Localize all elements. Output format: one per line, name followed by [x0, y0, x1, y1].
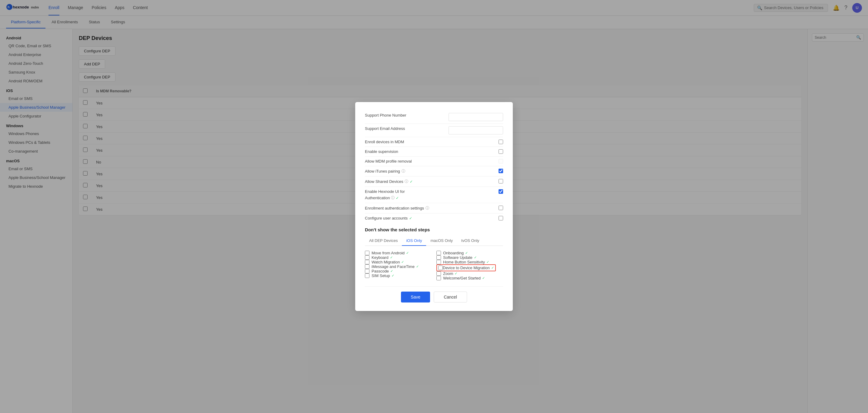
itunes-info-icon: ⓘ	[402, 169, 405, 174]
verify-icon: ✓	[416, 265, 419, 269]
hexnode-ui-checkbox[interactable]	[499, 189, 503, 194]
list-item: Keyboard ✓	[365, 255, 432, 260]
checkbox-label-col1-0: Move from Android ✓	[372, 251, 409, 255]
modal-tab-all-dep[interactable]: All DEP Devices	[365, 236, 402, 246]
list-item: Welcome/Get Started ✓	[436, 276, 503, 280]
verify-icon: ✓	[474, 255, 477, 260]
support-phone-input[interactable]	[448, 113, 503, 121]
verify-icon: ✓	[390, 269, 393, 273]
device-to-device-migration-highlighted: Device to Device Migration ✓	[436, 264, 496, 271]
shared-verify-icon: ✓	[410, 179, 413, 184]
form-control-shared	[479, 179, 503, 183]
save-button[interactable]: Save	[401, 291, 430, 303]
checkbox-col1-0[interactable]	[365, 251, 369, 255]
modal-dont-show-section: Don't show the selected steps All DEP De…	[365, 227, 503, 280]
verify-icon: ✓	[487, 260, 489, 264]
form-control-enroll	[479, 140, 503, 144]
allow-itunes-checkbox[interactable]	[499, 169, 503, 173]
checkbox-col2-1[interactable]	[436, 255, 441, 260]
checkbox-col2-5[interactable]	[436, 276, 441, 280]
mdm-profile-removal-checkbox[interactable]	[499, 159, 503, 164]
form-row-itunes: Allow iTunes pairing ⓘ	[365, 166, 503, 176]
user-accounts-verify-icon: ✓	[409, 216, 412, 220]
list-item: Onboarding ✓	[436, 251, 503, 255]
cancel-button[interactable]: Cancel	[434, 291, 467, 303]
verify-icon: ✓	[465, 251, 468, 255]
list-item: Software Update ✓	[436, 255, 503, 260]
form-label-user-accounts: Configure user accounts ✓	[365, 216, 475, 220]
checkbox-col1-3[interactable]	[365, 264, 369, 269]
checkbox-col2-4[interactable]	[436, 271, 441, 276]
checkbox-label-col1-2: Watch Migration ✓	[372, 260, 404, 264]
form-row-enroll-auth: Enrollment authentication settings ⓘ	[365, 203, 503, 213]
configure-user-accounts-checkbox[interactable]	[499, 216, 503, 220]
verify-icon: ✓	[491, 266, 494, 270]
support-email-input[interactable]	[448, 126, 503, 134]
form-row-phone: Support Phone Number	[365, 110, 503, 124]
list-item: Watch Migration ✓	[365, 260, 432, 264]
checkboxes-col2: Onboarding ✓ Software Update ✓ Home Butt…	[436, 251, 503, 280]
checkbox-label-col2-3: Device to Device Migration ✓	[443, 266, 494, 270]
form-label-supervision: Enable supervision	[365, 149, 475, 154]
modal-footer: Save Cancel	[365, 286, 503, 303]
form-control-enroll-auth	[479, 206, 503, 210]
checkbox-label-col2-5: Welcome/Get Started ✓	[443, 276, 485, 280]
form-control-user-accounts	[479, 216, 503, 220]
checkbox-col1-2[interactable]	[365, 260, 369, 264]
list-item: Passcode ✓	[365, 269, 432, 273]
modal-tab-tvos-only[interactable]: tvOS Only	[457, 236, 484, 246]
checkbox-col1-4[interactable]	[365, 269, 369, 273]
enroll-auth-checkbox[interactable]	[499, 206, 503, 210]
allow-shared-checkbox[interactable]	[499, 179, 503, 183]
checkbox-label-col1-5: SIM Setup ✓	[372, 273, 394, 278]
form-control-supervision	[479, 149, 503, 154]
list-item: Device to Device Migration ✓	[436, 264, 503, 271]
modal-overlay[interactable]: Support Phone Number Support Email Addre…	[0, 0, 868, 413]
enable-supervision-checkbox[interactable]	[499, 149, 503, 154]
form-label-hexnode-ui: Enable Hexnode UI for Authentication ⓘ ✓	[365, 189, 475, 201]
form-row-mdm-removal: Allow MDM profile removal	[365, 157, 503, 166]
modal-tab-macos-only[interactable]: macOS Only	[426, 236, 457, 246]
list-item: Home Button Sensitivity ✓	[436, 260, 503, 264]
verify-icon: ✓	[482, 276, 485, 280]
form-row-shared: Allow Shared Devices ⓘ ✓	[365, 176, 503, 187]
list-item: iMessage and FaceTime ✓	[365, 264, 432, 269]
enroll-auth-info-icon: ⓘ	[426, 206, 429, 211]
checkbox-col1-5[interactable]	[365, 273, 369, 278]
verify-icon: ✓	[455, 272, 457, 276]
form-label-enroll-auth: Enrollment authentication settings ⓘ	[365, 206, 475, 211]
form-label-email: Support Email Address	[365, 126, 445, 131]
checkbox-label-col2-2: Home Button Sensitivity ✓	[443, 260, 489, 264]
form-control-itunes	[479, 169, 503, 173]
shared-info-icon: ⓘ	[405, 179, 408, 184]
checkboxes-grid: Move from Android ✓ Keyboard ✓ Watch Mig…	[365, 251, 503, 280]
form-row-email: Support Email Address	[365, 124, 503, 137]
enroll-devices-checkbox[interactable]	[499, 140, 503, 144]
list-item: Zoom ✓	[436, 271, 503, 276]
checkboxes-col1: Move from Android ✓ Keyboard ✓ Watch Mig…	[365, 251, 432, 280]
checkbox-col1-1[interactable]	[365, 255, 369, 260]
checkbox-label-col1-3: iMessage and FaceTime ✓	[372, 264, 419, 269]
verify-icon: ✓	[392, 274, 394, 278]
form-control-mdm-removal	[479, 159, 503, 164]
checkbox-col2-3[interactable]	[438, 266, 443, 270]
form-row-supervision: Enable supervision	[365, 147, 503, 157]
checkbox-label-col2-1: Software Update ✓	[443, 255, 477, 260]
form-label-itunes: Allow iTunes pairing ⓘ	[365, 169, 475, 174]
modal-tabs: All DEP Devices iOS Only macOS Only tvOS…	[365, 236, 503, 246]
form-label-enroll: Enroll devices in MDM	[365, 140, 475, 144]
checkbox-col2-2[interactable]	[436, 260, 441, 264]
modal-tab-ios-only[interactable]: iOS Only	[402, 236, 426, 246]
form-label-phone: Support Phone Number	[365, 113, 445, 117]
modal-configure-dep: Support Phone Number Support Email Addre…	[355, 102, 513, 311]
checkbox-label-col1-4: Passcode ✓	[372, 269, 393, 273]
form-control-email	[448, 126, 503, 134]
form-label-mdm-removal: Allow MDM profile removal	[365, 159, 475, 164]
checkbox-col2-0[interactable]	[436, 251, 441, 255]
list-item: SIM Setup ✓	[365, 273, 432, 278]
form-row-user-accounts: Configure user accounts ✓	[365, 213, 503, 223]
modal-form-section: Support Phone Number Support Email Addre…	[365, 110, 503, 223]
form-control-hexnode-ui	[479, 189, 503, 194]
verify-icon: ✓	[390, 255, 393, 260]
checkbox-label-col2-4: Zoom ✓	[443, 271, 457, 276]
